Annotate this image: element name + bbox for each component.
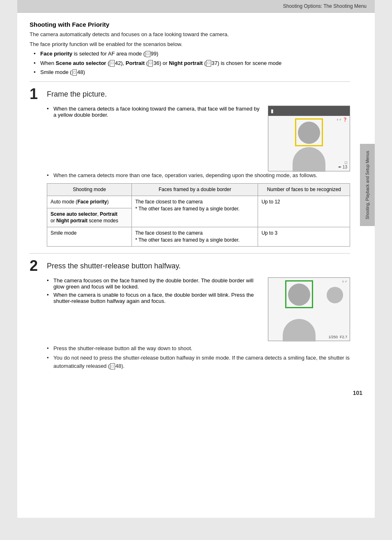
divider-1 xyxy=(30,81,350,82)
step2-number: 2 xyxy=(30,258,42,273)
table-cell-scene-mode: Scene auto selector, Portraitor Night po… xyxy=(47,208,132,227)
step2-bullet4: You do not need to press the shutter-rel… xyxy=(47,354,350,370)
divider-2 xyxy=(30,253,350,254)
step2-remaining-bullets: Press the shutter-release button all the… xyxy=(47,344,350,370)
page-number: 101 xyxy=(17,386,375,400)
table-header-faces: Faces framed by a double border xyxy=(132,184,258,196)
cam2-green-border xyxy=(285,280,313,308)
bullet-list: Face priority is selected for AF area mo… xyxy=(34,50,350,76)
header-title: Shooting Options: The Shooting Menu xyxy=(283,3,367,9)
bullet-item-1: Face priority is selected for AF area mo… xyxy=(34,50,350,58)
step1-text: When the camera detects a face looking t… xyxy=(47,106,260,120)
cam2-corner-icons: ♀♂ xyxy=(342,279,348,284)
step2-bullet2: • When the camera is unable to focus on … xyxy=(47,292,260,304)
step2-flex-text: • The camera focuses on the face framed … xyxy=(47,277,260,306)
table-cell-auto-mode: Auto mode (Face priority) xyxy=(47,196,132,208)
cam1-top-bar: ▮ xyxy=(268,106,350,116)
cam1-body: ♀♂ ❓ □ ✒ 13 xyxy=(268,116,350,172)
table-container: Shooting mode Faces framed by a double b… xyxy=(47,183,350,247)
step1-title: Frame the picture. xyxy=(47,87,107,99)
step2-bullet1: • The camera focuses on the face framed … xyxy=(47,277,260,290)
cam1-bottom-icons: □ ✒ 13 xyxy=(338,160,347,169)
table-row-auto: Auto mode (Face priority) The face close… xyxy=(47,196,350,208)
camera-icon: ▮ xyxy=(271,108,274,114)
table-header-count: Number of faces to be recognized xyxy=(258,184,350,196)
cam1-yellow-border xyxy=(295,118,323,146)
table-cell-smile-count: Up to 3 xyxy=(258,227,350,247)
camera-diagram-2: ♀♂ 1/250 F2.7 xyxy=(268,277,350,341)
step1-more-text: • When the camera detects more than one … xyxy=(47,171,350,180)
step1-number: 1 xyxy=(30,87,42,102)
table-header-mode: Shooting mode xyxy=(47,184,132,196)
table-cell-smile-mode: Smile mode xyxy=(47,227,132,247)
table-cell-smile-faces: The face closest to the camera * The oth… xyxy=(132,227,258,247)
bullet-item-2: When Scene auto selector (□42), Portrait… xyxy=(34,59,350,67)
step1-block: 1 Frame the picture. xyxy=(30,87,350,102)
cam2-body-shape xyxy=(283,319,316,342)
table-cell-auto-count: Up to 12 xyxy=(258,196,350,227)
step1-content: When the camera detects a face looking t… xyxy=(47,106,350,171)
section-intro-2: The face priority function will be enabl… xyxy=(30,40,350,48)
step1-bullet1: When the camera detects a face looking t… xyxy=(47,106,260,118)
cam1-corner-icons: ♀♂ ❓ xyxy=(336,118,347,122)
header-bar: Shooting Options: The Shooting Menu xyxy=(17,0,375,13)
step2-title: Press the shutter-release button halfway… xyxy=(47,258,181,270)
shooting-table: Shooting mode Faces framed by a double b… xyxy=(47,183,350,247)
camera-diagram-1: ▮ ♀♂ ❓ □ ✒ 13 xyxy=(268,106,350,171)
side-tab: Shooting, Playback and Setup Menus xyxy=(360,144,375,226)
side-tab-text: Shooting, Playback and Setup Menus xyxy=(365,151,370,219)
cam2-bottom-icons: 1/250 F2.7 xyxy=(328,335,347,339)
main-content: Shooting with Face Priority The camera a… xyxy=(17,13,375,386)
bullet-item-3: Smile mode (□48) xyxy=(34,68,350,76)
section-intro-1: The camera automatically detects and foc… xyxy=(30,30,350,39)
step2-bullet3: Press the shutter-release button all the… xyxy=(47,344,350,353)
table-row-smile: Smile mode The face closest to the camer… xyxy=(47,227,350,247)
step2-flex: • The camera focuses on the face framed … xyxy=(47,277,350,341)
cam1-body-shape xyxy=(293,147,325,172)
step2-block: 2 Press the shutter-release button halfw… xyxy=(30,258,350,273)
cam2-face-secondary xyxy=(327,287,343,303)
table-cell-auto-faces: The face closest to the camera * The oth… xyxy=(132,196,258,227)
cam2-body: ♀♂ 1/250 F2.7 xyxy=(268,278,350,342)
page: Shooting Options: The Shooting Menu Shoo… xyxy=(17,0,375,518)
section-title: Shooting with Face Priority xyxy=(30,21,350,28)
